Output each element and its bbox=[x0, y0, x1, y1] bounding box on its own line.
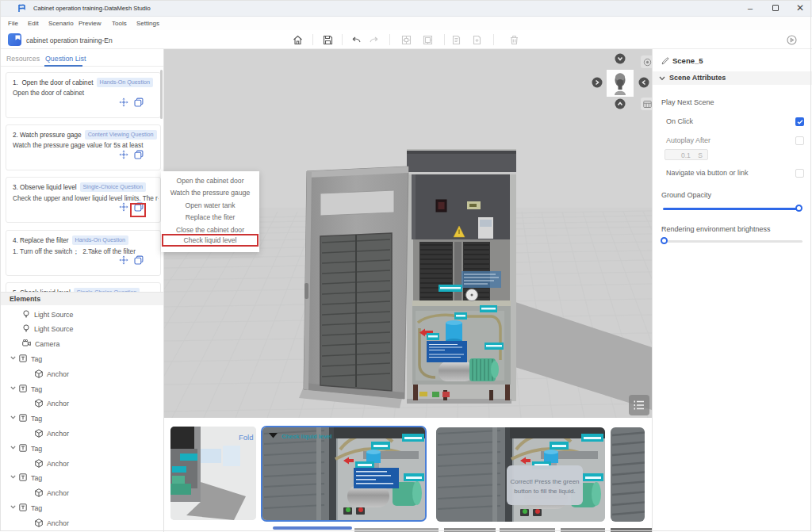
svg-text:Check liquid level: Check liquid level bbox=[282, 433, 331, 440]
svg-text:Fold: Fold bbox=[239, 433, 253, 442]
svg-text:Correct! Press the green: Correct! Press the green bbox=[510, 478, 579, 485]
svg-text:button to fill the liquid.: button to fill the liquid. bbox=[514, 488, 575, 495]
